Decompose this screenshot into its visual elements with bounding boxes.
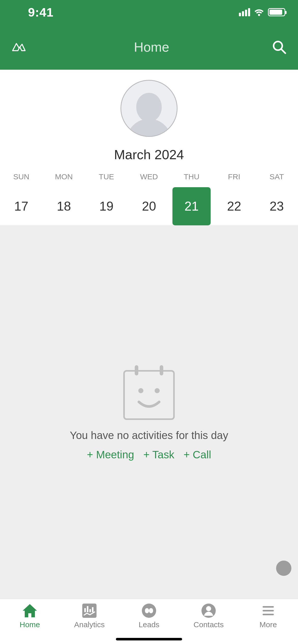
day-number: 18	[45, 187, 83, 225]
svg-point-6	[155, 388, 160, 393]
svg-rect-10	[89, 609, 91, 612]
home-indicator	[116, 638, 182, 640]
day-number: 20	[130, 187, 168, 225]
cellular-icon	[239, 8, 250, 16]
assistive-touch-dot[interactable]	[276, 561, 291, 576]
svg-rect-2	[124, 371, 174, 419]
tab-analytics[interactable]: Analytics	[60, 603, 119, 644]
svg-rect-17	[263, 614, 274, 615]
leads-icon	[141, 603, 157, 619]
dow-tue: TUE	[85, 170, 128, 184]
dow-sun: SUN	[0, 170, 43, 184]
svg-rect-9	[87, 606, 88, 612]
contacts-icon	[200, 603, 217, 619]
day-cell-selected[interactable]: 21	[170, 187, 213, 225]
svg-rect-15	[263, 606, 274, 608]
calendar-header: March 2024 SUN MON TUE WED THU FRI SAT 1…	[0, 70, 298, 226]
add-meeting-button[interactable]: + Meeting	[87, 449, 134, 461]
day-cell[interactable]: 19	[85, 187, 128, 225]
home-icon	[22, 603, 38, 619]
dow-mon: MON	[43, 170, 85, 184]
status-bar: 9:41	[0, 0, 298, 24]
app-logo-icon[interactable]	[11, 40, 31, 54]
empty-actions: + Meeting + Task + Call	[87, 449, 211, 461]
page-title: Home	[31, 39, 272, 55]
svg-rect-8	[84, 608, 86, 612]
tab-contacts[interactable]: Contacts	[179, 603, 238, 644]
search-button[interactable]	[272, 40, 287, 54]
tab-more[interactable]: More	[238, 603, 298, 644]
day-cell[interactable]: 20	[128, 187, 170, 225]
dow-fri: FRI	[213, 170, 255, 184]
svg-rect-4	[160, 365, 163, 375]
svg-rect-16	[263, 610, 274, 611]
wifi-icon	[254, 8, 264, 16]
more-icon	[260, 603, 276, 619]
battery-icon	[268, 8, 285, 16]
dow-wed: WED	[128, 170, 170, 184]
month-label[interactable]: March 2024	[0, 147, 298, 162]
tab-label: Leads	[139, 620, 159, 629]
avatar-placeholder-icon	[124, 88, 174, 136]
day-cell[interactable]: 17	[0, 187, 43, 225]
dow-thu: THU	[170, 170, 213, 184]
svg-rect-3	[135, 365, 138, 375]
svg-point-14	[206, 606, 211, 611]
day-number: 23	[258, 187, 296, 225]
day-cell[interactable]: 22	[213, 187, 255, 225]
day-number: 17	[2, 187, 40, 225]
calendar-smile-icon	[120, 364, 178, 422]
day-number: 22	[215, 187, 253, 225]
nav-bar: Home	[0, 24, 298, 70]
status-time: 9:41	[28, 5, 53, 19]
empty-message: You have no activities for this day	[70, 429, 228, 442]
add-task-button[interactable]: + Task	[143, 449, 174, 461]
avatar[interactable]	[120, 80, 178, 137]
status-icons	[239, 8, 285, 16]
day-number: 21	[172, 187, 211, 225]
day-cell[interactable]: 23	[255, 187, 298, 225]
day-number: 19	[87, 187, 126, 225]
add-call-button[interactable]: + Call	[183, 449, 211, 461]
tab-bar: Home Analytics Leads	[0, 599, 298, 644]
dow-sat: SAT	[255, 170, 298, 184]
svg-rect-11	[92, 607, 93, 612]
tab-label: Home	[20, 620, 40, 629]
search-icon	[272, 40, 287, 54]
tab-label: More	[260, 620, 277, 629]
svg-point-5	[138, 388, 143, 393]
analytics-icon	[81, 603, 98, 619]
svg-line-1	[281, 49, 285, 53]
tab-home[interactable]: Home	[0, 603, 60, 644]
day-cell[interactable]: 18	[43, 187, 85, 225]
tab-label: Analytics	[74, 620, 105, 629]
weekday-row: SUN MON TUE WED THU FRI SAT	[0, 170, 298, 184]
tab-label: Contacts	[194, 620, 224, 629]
days-row: 17 18 19 20 21 22 23	[0, 184, 298, 225]
activities-empty-state: You have no activities for this day + Me…	[0, 226, 298, 599]
